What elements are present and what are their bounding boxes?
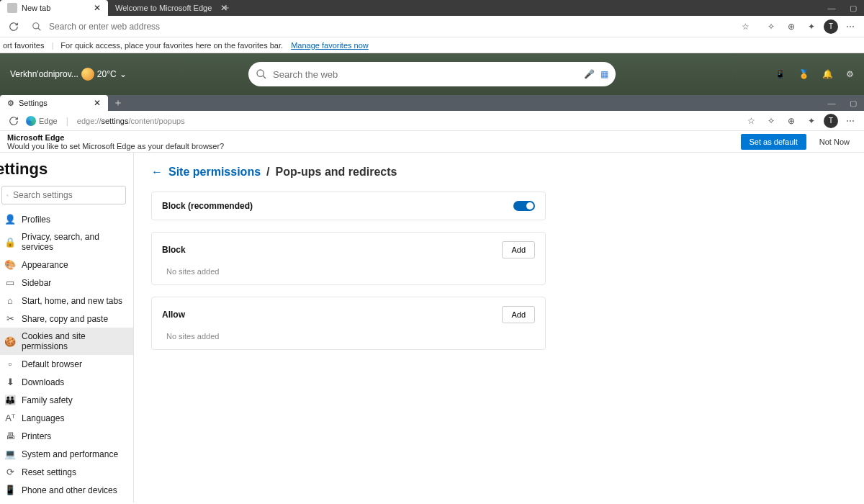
window-controls: — ▢ [821,95,864,111]
settings-tab[interactable]: ⚙ Settings ✕ [0,95,108,111]
address-input[interactable] [46,18,733,35]
sidebar-item-label: Privacy, search, and services [22,232,129,252]
sidebar-item[interactable]: ✂Share, copy and paste [0,310,133,328]
sidebar-item-label: Share, copy and paste [22,314,108,324]
more-icon[interactable]: ⋯ [842,113,858,129]
weather-city: Verkhn'odniprov... [10,69,78,79]
edge-badge: Edge [26,116,58,126]
sidebar-item[interactable]: 🎨Appearance [0,256,133,274]
sidebar-item[interactable]: 🖶Printers [0,427,133,445]
breadcrumb-parent[interactable]: Site permissions [168,166,261,179]
sidebar-item-icon: ▫ [4,359,16,369]
image-search-icon[interactable]: ▦ [600,69,608,79]
favorites-bar: ort favorites | For quick access, place … [0,37,864,53]
sidebar-item[interactable]: 👤Profiles [0,210,133,228]
sidebar-item-icon: ⟳ [4,467,16,477]
sidebar-item[interactable]: ▭Sidebar [0,274,133,292]
settings-main: ← Site permissions / Pop-ups and redirec… [134,153,864,503]
banner-title: Microsoft Edge [7,133,224,142]
favorites-icon[interactable]: ✧ [763,19,779,35]
gear-icon[interactable]: ⚙ [846,69,854,79]
mic-icon[interactable]: 🎤 [584,69,595,79]
sidebar-item-icon: 👪 [4,395,16,405]
close-icon[interactable]: ✕ [94,4,101,12]
new-tab-button[interactable]: ＋ [108,95,128,111]
banner-sub: Would you like to set Microsoft Edge as … [7,142,224,150]
allow-empty: No sites added [152,332,545,349]
extensions-icon[interactable]: ✦ [804,19,819,35]
sidebar-item-icon: 🖶 [4,431,16,441]
search-icon [32,22,42,32]
sidebar-item-icon: ⌂ [4,295,16,306]
sidebar-item[interactable]: ⬇Downloads [0,373,133,391]
sidebar-item-label: Start, home, and new tabs [22,296,122,306]
minimize-button[interactable]: — [821,95,842,111]
more-icon[interactable]: ⋯ [842,19,858,35]
browser-tab-new[interactable]: New tab ✕ [0,0,108,16]
settings-url[interactable]: edge://settings/content/popups [77,117,185,125]
allow-heading: Allow [162,310,185,320]
sidebar-item-icon: 🔒 [4,237,16,248]
sidebar-item[interactable]: 📱Phone and other devices [0,481,133,499]
svg-line-5 [8,195,9,196]
sidebar-item-icon: ✂ [4,313,16,324]
sidebar-item[interactable]: ⟳Reset settings [0,463,133,481]
avatar[interactable]: T [824,114,838,128]
close-icon[interactable]: ✕ [94,99,101,107]
add-block-button[interactable]: Add [502,241,535,258]
star-icon[interactable]: ☆ [737,19,753,35]
block-empty: No sites added [152,267,545,284]
settings-search[interactable] [1,186,126,204]
favorites-bar-hint: For quick access, place your favorites h… [60,41,283,50]
browser-tabs-row: New tab ✕ Welcome to Microsoft Edge ✕ ＋ … [0,0,864,16]
chevron-down-icon: ⌄ [120,69,127,79]
sidebar-item[interactable]: 🍪Cookies and site permissions [0,328,133,355]
block-toggle[interactable] [513,201,535,211]
rewards-icon[interactable]: 🏅 [798,69,809,79]
sidebar-item[interactable]: ♿Accessibility [0,499,133,503]
tab-label: New tab [22,4,50,12]
reload-icon[interactable] [6,19,22,35]
collections-icon[interactable]: ⊕ [783,19,799,35]
star-icon[interactable]: ☆ [743,113,759,129]
add-allow-button[interactable]: Add [502,306,535,323]
collections-icon[interactable]: ⊕ [783,113,799,129]
sidebar-item[interactable]: 🔒Privacy, search, and services [0,228,133,256]
not-now-button[interactable]: Not Now [812,134,857,150]
address-bar[interactable]: ☆ [26,18,759,35]
web-search-input[interactable] [273,69,578,80]
block-recommended-label: Block (recommended) [162,201,253,211]
page-title: Pop-ups and redirects [276,166,397,179]
maximize-button[interactable]: ▢ [842,0,864,16]
weather-widget[interactable]: Verkhn'odniprov... 20°C ⌄ [10,68,127,81]
new-tab-page-banner: Verkhn'odniprov... 20°C ⌄ 🎤 ▦ 📱 🏅 🔔 ⚙ [0,53,864,95]
bell-icon[interactable]: 🔔 [822,69,833,79]
tab-favicon [7,3,17,13]
window-controls: — ▢ [821,0,864,16]
sidebar-item[interactable]: AᵀLanguages [0,409,133,427]
settings-search-input[interactable] [13,190,121,200]
minimize-button[interactable]: — [821,0,842,16]
sidebar-item[interactable]: ▫Default browser [0,355,133,373]
extensions-icon[interactable]: ✦ [804,113,819,129]
web-search-box[interactable]: 🎤 ▦ [248,62,616,86]
settings-heading: ettings [0,160,133,184]
svg-line-3 [263,76,266,78]
mobile-icon[interactable]: 📱 [775,69,786,79]
new-tab-button[interactable]: ＋ [216,0,236,16]
sidebar-item[interactable]: 👪Family safety [0,391,133,409]
sidebar-item-icon: 🍪 [4,336,16,347]
maximize-button[interactable]: ▢ [842,95,864,111]
avatar[interactable]: T [824,19,838,34]
block-list-card: Block Add No sites added [151,232,546,285]
favorites-icon[interactable]: ✧ [763,113,779,129]
sidebar-item-label: Family safety [22,395,73,405]
sidebar-item[interactable]: 💻System and performance [0,445,133,463]
set-default-button[interactable]: Set as default [741,134,806,150]
browser-tab-welcome[interactable]: Welcome to Microsoft Edge ✕ [108,0,216,16]
reload-icon[interactable] [6,113,22,129]
sidebar-item-icon: 👤 [4,214,16,225]
back-icon[interactable]: ← [151,166,163,179]
manage-favorites-link[interactable]: Manage favorites now [291,41,369,50]
sidebar-item[interactable]: ⌂Start, home, and new tabs [0,292,133,310]
